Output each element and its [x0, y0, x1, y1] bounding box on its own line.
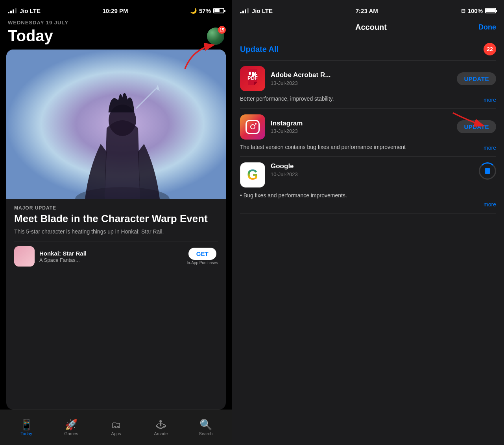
adobe-update-info: Adobe Acrobat R... 13-Jul-2023 [271, 71, 451, 86]
instagram-update-row: Instagram 13-Jul-2023 UPDATE [240, 114, 496, 140]
google-app-icon: G [240, 162, 265, 188]
status-bar-right: Jio LTE 7:23 AM ⊟ 100% [232, 0, 504, 20]
adobe-update-date: 13-Jul-2023 [271, 80, 451, 86]
app-name: Honkai: Star Rail [39, 250, 182, 257]
update-type-label: MAJOR UPDATE [14, 205, 218, 211]
avatar-container[interactable]: 15 [207, 28, 224, 45]
instagram-update-date: 13-Jul-2023 [271, 128, 451, 134]
battery-icon-left [213, 8, 224, 13]
battery-percent-right: 100% [468, 7, 483, 14]
status-left-right: Jio LTE [240, 7, 273, 14]
stop-icon [485, 168, 490, 174]
moon-icon: 🌙 [190, 7, 197, 14]
account-title: Account [355, 23, 387, 32]
google-app-name: Google [271, 162, 473, 170]
google-update-notes: • Bug fixes and performance improvements… [240, 191, 496, 200]
carrier-right: Jio [252, 7, 260, 14]
adobe-update-button[interactable]: UPDATE [457, 72, 496, 85]
tab-today-label: Today [20, 431, 32, 436]
google-update-info: Google 10-Jul-2023 [271, 162, 473, 177]
card-title: Meet Blade in the Character Warp Event [14, 213, 218, 225]
right-panel: Jio LTE 7:23 AM ⊟ 100% Account Done Upda… [232, 0, 504, 445]
notification-badge: 15 [218, 26, 226, 34]
adobe-update-notes: Better performance, improved stability. [240, 95, 334, 103]
tab-apps-label: Apps [111, 431, 121, 436]
apps-icon: 🗂 [111, 419, 121, 430]
instagram-app-icon [240, 114, 265, 140]
search-icon: 🔍 [199, 419, 212, 430]
google-update-row: G Google 10-Jul-2023 [240, 162, 496, 188]
time-right: 7:23 AM [356, 7, 378, 14]
update-all-label[interactable]: Update All [240, 45, 279, 54]
account-header: Account Done [232, 20, 504, 38]
app-sub: A Space Fantas... [39, 257, 182, 263]
tab-games-label: Games [64, 431, 78, 436]
games-icon: 🚀 [65, 419, 78, 430]
date-label: WEDNESDAY 19 JULY [8, 20, 224, 26]
get-button-col[interactable]: GET In-App Purchases [187, 248, 218, 265]
today-icon: 📱 [20, 419, 33, 430]
done-button[interactable]: Done [478, 23, 496, 31]
status-bar-left: Jio LTE 10:29 PM 🌙 57% [0, 0, 232, 20]
downloading-indicator[interactable] [479, 162, 496, 180]
card-divider [14, 241, 218, 241]
tab-arcade-label: Arcade [154, 431, 168, 436]
arcade-icon: 🕹 [156, 419, 166, 430]
instagram-update-button[interactable]: UPDATE [457, 120, 496, 133]
carrier-left: Jio [20, 7, 28, 14]
adobe-update-item: PDF Adobe Acrobat R... 13-Jul-2023 UPDAT… [240, 61, 496, 109]
adobe-notes-row: Better performance, improved stability. … [240, 95, 496, 103]
tab-bar: 📱 Today 🚀 Games 🗂 Apps 🕹 Arcade 🔍 Search [0, 410, 232, 445]
tab-apps[interactable]: 🗂 Apps [94, 419, 138, 436]
card-description: This 5-star character is heating things … [14, 228, 218, 236]
update-all-row: Update All 22 [240, 38, 496, 61]
status-left: Jio LTE [8, 7, 41, 14]
left-panel: Jio LTE 10:29 PM 🌙 57% WEDNESDAY 19 JULY… [0, 0, 232, 445]
adobe-app-name: Adobe Acrobat R... [271, 71, 451, 79]
tab-arcade[interactable]: 🕹 Arcade [138, 419, 183, 436]
app-thumbnail [14, 246, 35, 267]
in-app-label: In-App Purchases [187, 261, 218, 265]
card-footer: Honkai: Star Rail A Space Fantas... GET … [14, 246, 218, 267]
google-more-row: more [240, 201, 496, 208]
battery-percent-left: 57% [199, 7, 211, 14]
tab-search-label: Search [199, 431, 213, 436]
updates-list[interactable]: Update All 22 PDF [232, 38, 504, 445]
page-title: Today [8, 27, 53, 45]
status-right-right: ⊟ 100% [461, 7, 496, 14]
signal-icon-right [240, 8, 249, 13]
card-content: MAJOR UPDATE Meet Blade in the Character… [6, 199, 226, 271]
update-count-badge: 22 [484, 43, 496, 55]
time-left: 10:29 PM [102, 7, 128, 14]
card-image [6, 50, 226, 199]
instagram-update-notes: The latest version contains bug fixes an… [240, 143, 406, 151]
tab-today[interactable]: 📱 Today [4, 419, 49, 436]
instagram-notes-row: The latest version contains bug fixes an… [240, 143, 496, 151]
today-header: WEDNESDAY 19 JULY Today 15 [0, 20, 232, 50]
adobe-icon-symbol: PDF [245, 68, 260, 89]
featured-card[interactable]: NOW AVAILABLE [6, 50, 226, 410]
battery-icon-right [485, 8, 496, 13]
mirror-icon: ⊟ [461, 8, 465, 14]
instagram-more-link[interactable]: more [484, 145, 496, 151]
network-right: LTE [262, 7, 273, 14]
adobe-update-row: PDF Adobe Acrobat R... 13-Jul-2023 UPDAT… [240, 66, 496, 91]
signal-icon [8, 8, 17, 13]
google-update-item: G Google 10-Jul-2023 • Bug fixes and per… [240, 157, 496, 213]
instagram-update-info: Instagram 13-Jul-2023 [271, 120, 451, 134]
network-left: LTE [30, 7, 41, 14]
instagram-app-name: Instagram [271, 120, 451, 127]
today-title-row: Today 15 [8, 27, 224, 45]
adobe-more-link[interactable]: more [484, 97, 496, 103]
instagram-camera-icon [246, 120, 260, 134]
adobe-app-icon: PDF [240, 66, 265, 91]
get-button[interactable]: GET [188, 248, 216, 260]
google-more-link[interactable]: more [484, 201, 496, 208]
google-g-icon: G [247, 167, 258, 183]
instagram-update-item: Instagram 13-Jul-2023 UPDATE The latest … [240, 109, 496, 157]
tab-games[interactable]: 🚀 Games [49, 419, 94, 436]
tab-search[interactable]: 🔍 Search [183, 419, 228, 436]
google-update-date: 10-Jul-2023 [271, 171, 473, 177]
status-right-left: 🌙 57% [190, 7, 224, 14]
app-info: Honkai: Star Rail A Space Fantas... [39, 250, 182, 263]
